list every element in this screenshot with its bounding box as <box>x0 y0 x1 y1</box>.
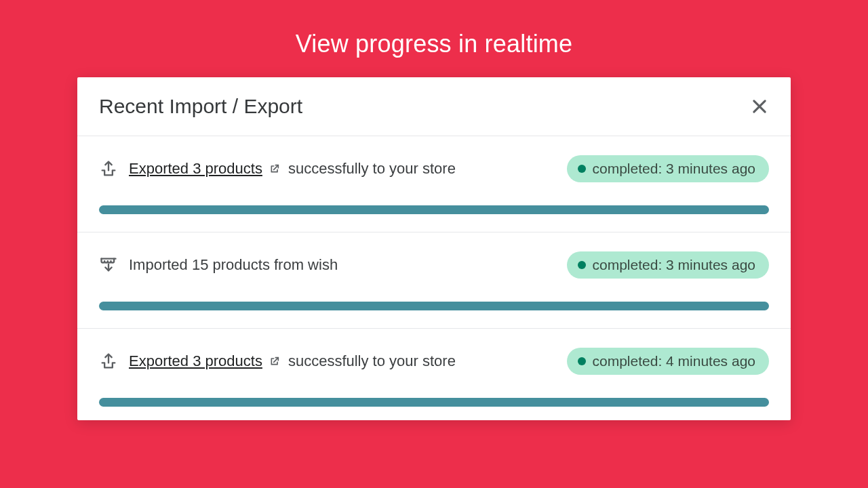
link-label: Exported 3 products <box>129 160 262 178</box>
activity-text: Imported 15 products from wish <box>129 256 556 274</box>
status-label: completed: 3 minutes ago <box>593 257 755 273</box>
exported-products-link[interactable]: Exported 3 products <box>129 160 280 178</box>
status-badge: completed: 4 minutes ago <box>567 348 769 375</box>
panel-title: Recent Import / Export <box>99 95 302 118</box>
export-icon <box>99 159 118 178</box>
close-button[interactable] <box>750 97 769 116</box>
activity-text: Exported 3 products successfully to your… <box>129 352 556 370</box>
panel-header: Recent Import / Export <box>77 77 791 136</box>
activity-text: Exported 3 products successfully to your… <box>129 160 556 178</box>
activity-item-row: Exported 3 products successfully to your… <box>99 348 769 375</box>
activity-item: Imported 15 products from wish completed… <box>77 232 791 329</box>
export-icon <box>99 352 118 371</box>
activity-item-row: Imported 15 products from wish completed… <box>99 251 769 279</box>
status-badge: completed: 3 minutes ago <box>567 155 769 182</box>
activity-item: Exported 3 products successfully to your… <box>77 136 791 232</box>
activity-item: Exported 3 products successfully to your… <box>77 329 791 420</box>
progress-bar <box>99 205 769 214</box>
activity-plain-text: Imported 15 products from wish <box>129 256 338 274</box>
activity-item-row: Exported 3 products successfully to your… <box>99 155 769 182</box>
external-link-icon <box>269 163 280 174</box>
exported-products-link[interactable]: Exported 3 products <box>129 352 280 370</box>
status-label: completed: 3 minutes ago <box>593 161 755 177</box>
link-label: Exported 3 products <box>129 352 262 370</box>
status-dot-icon <box>578 261 586 269</box>
progress-bar <box>99 302 769 310</box>
status-label: completed: 4 minutes ago <box>593 353 755 369</box>
activity-suffix: successfully to your store <box>288 352 456 370</box>
progress-bar <box>99 398 769 407</box>
status-dot-icon <box>578 165 586 173</box>
store-import-icon <box>99 256 118 274</box>
status-dot-icon <box>578 357 586 365</box>
activity-suffix: successfully to your store <box>288 160 456 178</box>
close-icon <box>750 97 769 116</box>
page-title: View progress in realtime <box>0 0 868 77</box>
recent-import-export-panel: Recent Import / Export Exporte <box>77 77 791 420</box>
external-link-icon <box>269 356 280 367</box>
status-badge: completed: 3 minutes ago <box>567 251 769 279</box>
